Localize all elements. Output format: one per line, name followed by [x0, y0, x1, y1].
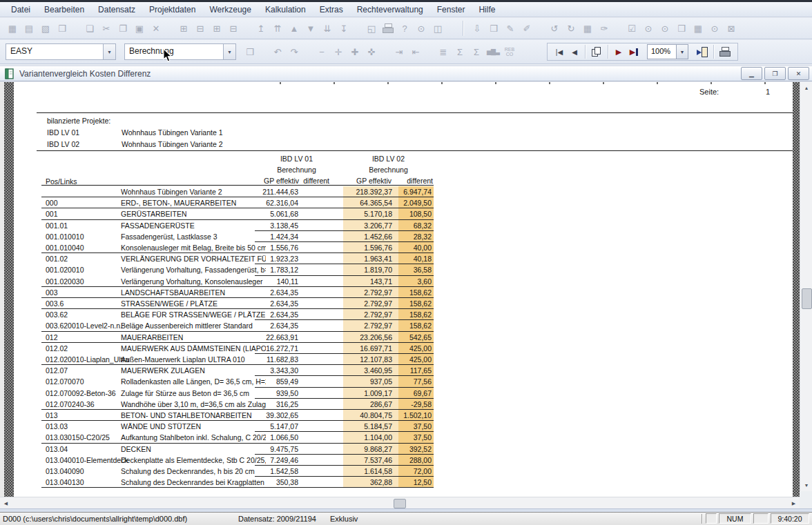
first-page-button[interactable]: |◀ — [552, 44, 567, 59]
list-positions-icon[interactable]: ≣ — [435, 44, 452, 59]
move-pageup-icon[interactable]: ⇈ — [269, 21, 286, 36]
delete-icon[interactable]: ✕ — [148, 21, 164, 36]
column-header: GP effektiv — [250, 177, 299, 185]
close-button[interactable]: ✕ — [788, 67, 809, 80]
move-down-icon[interactable]: ▼ — [302, 21, 319, 36]
scroll-down-button[interactable]: ▼ — [800, 479, 812, 491]
zoom-select[interactable]: 100% ▼ — [647, 44, 688, 59]
row-pos: 003 — [46, 287, 58, 298]
remove-position-icon[interactable]: − — [313, 44, 330, 59]
page-navigation-group: |◀ ◀ ▶ ▶ 100% ▼ — [547, 43, 738, 61]
row-pos: 012.020010-Liaplan_Ultra — [46, 354, 129, 365]
previous-page-button[interactable]: ◀ — [567, 44, 582, 59]
close-preview-button[interactable] — [694, 44, 710, 59]
image-preview-icon[interactable]: ▦ — [4, 21, 21, 36]
statistics-icon[interactable]: ▅▇▃ — [485, 44, 501, 59]
add-position-icon[interactable]: ✛ — [330, 44, 347, 59]
document-window-titlebar[interactable]: Variantenvergleich Kosten Differenz ▁ ❐ … — [0, 66, 812, 81]
minimize-button[interactable]: ▁ — [741, 67, 762, 80]
edit-form-icon[interactable]: ✐ — [519, 21, 535, 36]
print-icon[interactable] — [380, 21, 396, 36]
chevron-down-icon[interactable]: ▼ — [103, 44, 115, 59]
tree-outline-icon[interactable]: ⊟ — [192, 21, 209, 36]
copy-icon[interactable]: ❐ — [115, 21, 131, 36]
zoom-page-icon[interactable]: ⊙ — [657, 21, 673, 36]
edit-report-icon[interactable]: ✎ — [502, 21, 519, 36]
tree-branch-icon[interactable]: ⊞ — [209, 21, 225, 36]
row-gp-effektiv-lv01: 859,49 — [276, 376, 298, 387]
open-report-icon[interactable]: ❒ — [242, 44, 258, 59]
menu-item-werkzeuge[interactable]: Werkzeuge — [202, 3, 258, 17]
history-forward-icon[interactable]: ↻ — [563, 21, 579, 36]
chevron-down-icon[interactable]: ▼ — [223, 44, 235, 59]
vertical-scrollbar[interactable]: ▲ ▼ — [800, 82, 812, 491]
table-row: 013.03WÄNDE UND STÜTZEN5.147,075.184,573… — [41, 421, 434, 432]
profile-combobox[interactable]: EASY ▼ — [6, 43, 116, 60]
copy-pages-icon — [592, 47, 601, 57]
import-icon[interactable]: ⇩ — [469, 21, 485, 36]
menu-item-extras[interactable]: Extras — [313, 3, 350, 17]
copy-pages-button[interactable] — [588, 44, 605, 59]
print-button[interactable] — [717, 44, 733, 59]
row-gp-effektiv-lv01: 3.343,30 — [270, 365, 298, 376]
menu-item-fenster[interactable]: Fenster — [430, 3, 472, 17]
paste-icon[interactable]: ▣ — [131, 21, 148, 36]
pin-icon[interactable]: ✑ — [596, 21, 612, 36]
new-document-icon[interactable]: ❏ — [81, 21, 98, 36]
page-number: 1 — [732, 88, 770, 96]
menu-item-datensatz[interactable]: Datensatz — [91, 3, 142, 17]
tile-windows-icon[interactable]: ▦ — [579, 21, 596, 36]
split-view-icon[interactable]: ◫ — [429, 21, 446, 36]
move-first-icon[interactable]: ↥ — [253, 21, 269, 36]
menu-item-projektdaten[interactable]: Projektdaten — [142, 3, 202, 17]
menu-item-rechteverwaltung[interactable]: Rechteverwaltung — [350, 3, 430, 17]
next-page-button[interactable]: ▶ — [611, 44, 626, 59]
row-different-lv02: 108,50 — [398, 208, 434, 219]
catalog-icon[interactable]: ❒ — [54, 21, 70, 36]
history-back-icon[interactable]: ↺ — [546, 21, 563, 36]
redo-icon[interactable]: ↷ — [286, 44, 302, 59]
promote-position-icon[interactable]: ⇤ — [407, 44, 424, 59]
tree-insert-icon[interactable]: ⊞ — [175, 21, 192, 36]
open-report-icon[interactable]: ❒ — [673, 21, 690, 36]
restore-button[interactable]: ❐ — [764, 67, 786, 80]
row-gp-effektiv-lv02: 1.104,00 — [343, 432, 398, 443]
add-element-icon[interactable]: ✚ — [347, 44, 363, 59]
menu-item-datei[interactable]: Datei — [4, 3, 37, 17]
horizontal-scrollbar[interactable]: ◀ ▶ — [0, 497, 800, 508]
cut-icon[interactable]: ✂ — [98, 21, 115, 36]
move-up-icon[interactable]: ▲ — [286, 21, 302, 36]
menu-item-kalkulation[interactable]: Kalkulation — [258, 3, 313, 17]
demote-position-icon[interactable]: ⇥ — [391, 44, 407, 59]
last-page-button[interactable]: ▶ — [626, 44, 641, 59]
scroll-left-button[interactable]: ◀ — [0, 497, 12, 509]
horizontal-scrollbar-thumb[interactable] — [394, 499, 406, 508]
move-pagedown-icon[interactable]: ⇊ — [319, 21, 336, 36]
undo-icon[interactable]: ↶ — [269, 44, 286, 59]
search-icon[interactable]: ⊙ — [413, 21, 429, 36]
sum-icon[interactable]: Σ — [468, 44, 485, 59]
approve-doc-icon[interactable]: ☑ — [624, 21, 640, 36]
tree-structure-icon[interactable]: ⊟ — [225, 21, 242, 36]
transfer-doc-icon[interactable]: ⊠ — [723, 21, 740, 36]
scroll-right-button[interactable]: ▶ — [788, 497, 800, 509]
report-window-icon[interactable]: ◱ — [363, 21, 380, 36]
reb-icon[interactable]: REB CO — [501, 44, 518, 59]
scroll-up-button[interactable]: ▲ — [800, 82, 812, 94]
table-row: 001GERÜSTARBEITEN5.061,685.170,18108,50 — [41, 208, 434, 219]
table-report-icon[interactable]: ▦ — [690, 21, 706, 36]
report-search-icon[interactable]: ⊙ — [706, 21, 723, 36]
export-book-icon[interactable]: ❒ — [485, 21, 502, 36]
menu-item-bearbeiten[interactable]: Bearbeiten — [37, 3, 91, 17]
chevron-down-icon[interactable]: ▼ — [676, 45, 688, 59]
formula-icon[interactable]: Σ — [452, 44, 468, 59]
view-combobox[interactable]: Berechnung ▼ — [124, 43, 236, 60]
help-icon[interactable]: ? — [396, 21, 413, 36]
move-last-icon[interactable]: ↧ — [336, 21, 352, 36]
menu-item-hilfe[interactable]: Hilfe — [472, 3, 502, 17]
zoom-doc-icon[interactable]: ⊙ — [640, 21, 657, 36]
picture-view-icon[interactable]: ▧ — [37, 21, 54, 36]
report-view-icon[interactable]: ▤ — [21, 21, 37, 36]
add-group-icon[interactable]: ✜ — [363, 44, 380, 59]
vertical-scrollbar-thumb[interactable] — [802, 288, 812, 309]
